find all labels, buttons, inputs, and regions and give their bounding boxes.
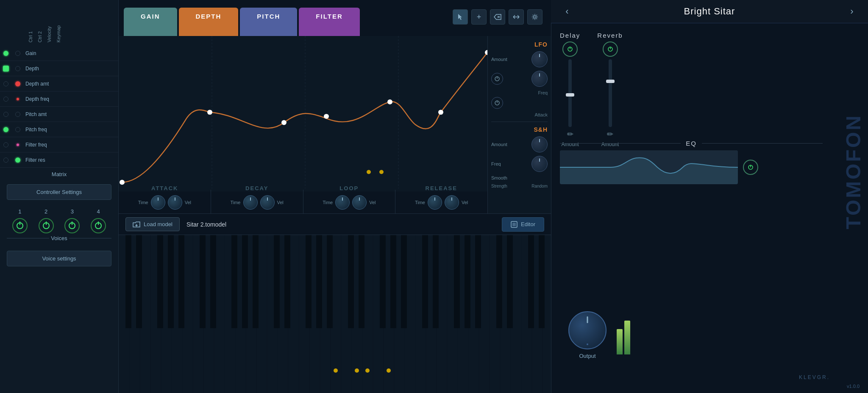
decay-time-knob[interactable] (243, 195, 258, 210)
modulation-panel: LFO Amount Freq Attack (487, 36, 551, 214)
reverb-slider-thumb (606, 80, 615, 83)
release-time-label: Time (415, 200, 425, 205)
sh-amount-knob[interactable] (531, 136, 548, 152)
svg-point-4 (120, 180, 125, 185)
svg-point-8 (387, 100, 392, 105)
power-icon (494, 76, 500, 82)
editor-button[interactable]: Editor (502, 217, 544, 232)
section-label-release: RELEASE (395, 185, 488, 191)
release-vel-knob[interactable] (445, 195, 459, 210)
delay-edit-button[interactable]: ✏ (567, 130, 573, 139)
voice-toggle-2[interactable] (39, 218, 54, 233)
tab-gain[interactable]: GAIN (124, 8, 177, 36)
matrix-cell[interactable] (12, 76, 24, 91)
reverb-power-button[interactable] (603, 42, 618, 57)
matrix-cell[interactable] (12, 137, 24, 152)
matrix-cell[interactable] (12, 122, 24, 137)
loop-time-knob[interactable] (335, 195, 350, 210)
move-tool-button[interactable] (509, 9, 524, 25)
svg-rect-72 (327, 235, 333, 328)
cursor-tool-button[interactable] (453, 9, 468, 25)
matrix-cell[interactable] (0, 152, 12, 168)
delay-power-button[interactable] (562, 42, 578, 57)
matrix-cell[interactable] (12, 107, 24, 122)
col-header-velocity: Velocity (47, 26, 56, 42)
matrix-cell[interactable] (0, 91, 12, 107)
matrix-cell[interactable] (0, 107, 12, 122)
lfo-power-button[interactable] (491, 73, 503, 85)
reverb-edit-button[interactable]: ✏ (607, 130, 613, 139)
svg-point-9 (438, 110, 443, 115)
tab-pitch[interactable]: PITCH (240, 8, 297, 36)
piano-svg (119, 235, 551, 393)
attack-vel-knob[interactable] (168, 195, 182, 210)
smooth-row: Smooth (491, 175, 548, 180)
decay-vel-label: Vel (277, 200, 284, 205)
voice-toggle-4[interactable] (91, 218, 106, 233)
output-knob[interactable] (568, 311, 606, 349)
decay-vel-knob[interactable] (260, 195, 275, 210)
svg-point-88 (355, 368, 359, 373)
matrix-row: Depth freq (0, 91, 118, 107)
matrix-cell[interactable] (0, 137, 12, 152)
matrix-cell[interactable] (0, 46, 12, 61)
svg-point-11 (367, 170, 371, 174)
reverb-slider[interactable] (609, 59, 612, 127)
voice-num-1: 1 (9, 208, 31, 215)
attack-time-label: Time (138, 200, 148, 205)
voice-toggle-1[interactable] (12, 218, 28, 233)
arrows-icon (512, 14, 520, 20)
voice-num-2: 2 (36, 208, 57, 215)
prev-preset-button[interactable]: ‹ (559, 4, 575, 19)
envelope-area: ATTACK DECAY LOOP RELEASE Time Vel Time … (119, 36, 487, 214)
tab-depth[interactable]: DEPTH (179, 8, 239, 36)
matrix-row: Depth (0, 61, 118, 76)
load-model-button[interactable]: Load model (125, 217, 180, 231)
delete-tool-button[interactable] (490, 9, 505, 25)
keyboard-area[interactable] (119, 235, 551, 393)
row-label-pitch-freq: Pitch freq (24, 127, 118, 133)
matrix-cell[interactable] (0, 76, 12, 91)
loop-vel-knob[interactable] (352, 195, 367, 210)
brand-logo-container: TOMOFON (838, 23, 868, 320)
svg-rect-78 (422, 235, 428, 328)
svg-rect-84 (507, 235, 513, 328)
voice-toggle-3[interactable] (64, 218, 80, 233)
sh-freq-knob[interactable] (531, 156, 548, 172)
tab-filter[interactable]: FILTER (299, 8, 359, 36)
matrix-row: Pitch amt (0, 107, 118, 122)
delay-title: Delay (560, 32, 580, 39)
voice-num-3: 3 (61, 208, 83, 215)
settings-tool-button[interactable] (527, 9, 542, 25)
delay-slider-thumb (566, 93, 574, 97)
add-tool-button[interactable]: + (471, 9, 487, 25)
matrix-cell[interactable] (0, 122, 12, 137)
controller-settings-button[interactable]: Controller Settings (7, 184, 111, 200)
release-time-knob[interactable] (428, 195, 442, 210)
matrix-cell[interactable] (12, 46, 24, 61)
lfo-freq-knob[interactable] (531, 71, 548, 87)
output-meter (617, 316, 630, 354)
matrix-cell[interactable] (12, 91, 24, 107)
attack-label: Attack (491, 112, 548, 117)
matrix-row: Filter res (0, 152, 118, 168)
matrix-row: Pitch freq (0, 122, 118, 137)
svg-point-7 (324, 114, 329, 119)
delay-slider[interactable] (568, 59, 572, 127)
eq-power-button[interactable] (743, 160, 758, 175)
next-preset-button[interactable]: › (844, 4, 860, 19)
svg-rect-77 (401, 235, 407, 328)
svg-rect-60 (157, 235, 163, 328)
svg-rect-73 (348, 235, 354, 328)
eq-display[interactable] (560, 150, 738, 184)
voice-settings-button[interactable]: Voice settings (7, 251, 111, 266)
row-label-filter-freq: Filter freq (24, 142, 118, 148)
attack-time-knob[interactable] (151, 195, 165, 210)
matrix-title: Matrix (0, 168, 118, 181)
matrix-cell[interactable] (12, 61, 24, 76)
matrix-cell[interactable] (0, 61, 12, 76)
matrix-cell[interactable] (12, 152, 24, 168)
attack-power-button[interactable] (491, 97, 503, 109)
svg-rect-66 (242, 235, 248, 328)
lfo-amount-knob[interactable] (531, 51, 548, 67)
